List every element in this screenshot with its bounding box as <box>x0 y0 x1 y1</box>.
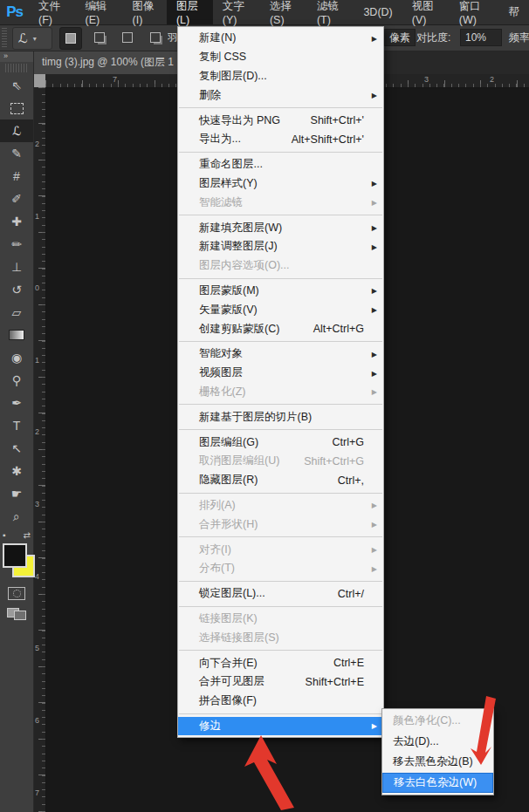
layer-menu-item[interactable]: 新建调整图层(J)▶ <box>178 237 383 256</box>
v-ruler-number: 2 <box>35 140 39 148</box>
swap-colors-icon[interactable]: ⇄ <box>24 530 31 540</box>
layer-menu-item[interactable]: 视频图层▶ <box>178 364 383 383</box>
quick-mask-icon <box>8 587 25 600</box>
dodge-tool-icon: ⚲ <box>12 373 21 387</box>
move-tool[interactable]: ⇖ <box>0 74 33 97</box>
add-to-selection-button[interactable] <box>89 27 110 48</box>
layer-menu-item[interactable]: 删除▶ <box>178 85 383 105</box>
matting-submenu-item[interactable]: 移去白色杂边(W) <box>382 773 493 794</box>
gradient-tool[interactable] <box>0 324 33 346</box>
menu-item-label: 矢量蒙版(V) <box>199 303 258 317</box>
screen-mode-button[interactable] <box>0 603 33 622</box>
custom-shape-tool[interactable]: ✱ <box>0 460 33 482</box>
pen-tool[interactable]: ✒ <box>0 392 33 414</box>
submenu-arrow-icon: ▶ <box>372 502 377 509</box>
menu-item-label: 合并形状(H) <box>199 517 258 532</box>
layer-menu-item[interactable]: 复制图层(D)... <box>178 67 383 86</box>
pen-tool-icon: ✒ <box>11 396 22 410</box>
menu-item-label: 图层编组(G) <box>199 435 258 450</box>
menu-item-label: 向下合并(E) <box>199 656 258 671</box>
layer-menu-item[interactable]: 图层编组(G)Ctrl+G <box>178 433 383 452</box>
document-tab[interactable]: timg (3).jpg @ 100% (图层 1 <box>33 51 182 74</box>
toolbox-collapse-button[interactable]: » <box>0 51 33 62</box>
menubar-item-滤镜(T)[interactable]: 滤镜(T) <box>307 0 354 24</box>
layer-menu-item[interactable]: 新建(N)▶ <box>178 29 383 48</box>
layer-menu-item[interactable]: 重命名图层... <box>178 155 383 174</box>
submenu-arrow-icon: ▶ <box>372 287 377 295</box>
feather-label-partial: 羽 <box>168 31 177 45</box>
quick-mask-mode-button[interactable] <box>0 583 33 603</box>
menubar-item-3D(D)[interactable]: 3D(D) <box>354 0 402 24</box>
path-selection-tool[interactable]: ↖ <box>0 437 33 460</box>
pixels-unit-label: 像素 <box>384 29 416 46</box>
brush-tool[interactable]: ✏ <box>0 233 33 256</box>
tool-preset-dropdown[interactable]: ℒ ▾ <box>12 27 52 50</box>
layer-menu-item[interactable]: 创建剪贴蒙版(C)Alt+Ctrl+G <box>178 319 383 338</box>
crop-tool[interactable]: # <box>0 165 33 188</box>
menubar-item-选择(S)[interactable]: 选择(S) <box>260 0 307 24</box>
eraser-tool[interactable]: ▱ <box>0 301 33 324</box>
menu-item-label: 合并可见图层 <box>199 674 264 689</box>
blur-tool[interactable]: ◉ <box>0 346 33 369</box>
layer-menu-item[interactable]: 合并可见图层Shift+Ctrl+E <box>178 672 383 692</box>
toolbox-grip[interactable] <box>5 64 28 72</box>
layer-menu-item[interactable]: 图层样式(Y)▶ <box>178 174 383 194</box>
menubar-item-视图(V)[interactable]: 视图(V) <box>402 0 450 24</box>
layer-menu-item[interactable]: 锁定图层(L)...Ctrl+/ <box>178 584 383 604</box>
spot-healing-brush-tool[interactable]: ✚ <box>0 210 33 233</box>
menu-item-shortcut: Shift+Ctrl+' <box>311 114 364 126</box>
layer-menu-item[interactable]: 矢量蒙版(V)▶ <box>178 300 383 319</box>
rectangular-marquee-tool[interactable] <box>0 97 33 119</box>
hand-tool[interactable]: ☛ <box>0 482 33 505</box>
menubar-item-编辑(E)[interactable]: 编辑(E) <box>76 0 123 24</box>
layer-menu-item[interactable]: 新建基于图层的切片(B) <box>178 407 383 426</box>
layer-menu-item[interactable]: 图层蒙版(M)▶ <box>178 282 383 301</box>
menubar-item-文字(Y)[interactable]: 文字(Y) <box>213 0 260 24</box>
layer-menu-item[interactable]: 向下合并(E)Ctrl+E <box>178 653 383 672</box>
menu-item-label: 导出为... <box>199 132 241 147</box>
new-selection-button[interactable] <box>59 27 82 50</box>
subtract-from-selection-button[interactable] <box>117 27 138 48</box>
foreground-color-swatch[interactable] <box>3 543 27 568</box>
layer-menu-item[interactable]: 修边▶ <box>178 717 383 736</box>
menubar-item-窗口(W)[interactable]: 窗口(W) <box>450 0 499 24</box>
contrast-input[interactable]: 10% <box>460 29 502 46</box>
v-ruler-number: 4 <box>35 572 39 581</box>
menubar-item-图层(L)[interactable]: 图层(L) <box>167 0 213 24</box>
type-tool-icon: T <box>13 419 21 433</box>
layer-menu-item[interactable]: 智能对象▶ <box>178 345 383 364</box>
submenu-arrow-icon: ▶ <box>372 34 377 42</box>
layer-menu-item[interactable]: 复制 CSS <box>178 48 383 67</box>
intersect-selection-button[interactable] <box>145 27 166 48</box>
menubar-item-文件(F)[interactable]: 文件(F) <box>29 0 76 24</box>
history-brush-tool[interactable]: ↺ <box>0 278 33 301</box>
submenu-arrow-icon: ▶ <box>372 564 377 572</box>
menu-item-shortcut: Shift+Ctrl+E <box>306 676 364 688</box>
zoom-tool[interactable]: ⌕ <box>0 505 33 528</box>
menu-separator <box>179 107 382 108</box>
ruler-origin-corner[interactable] <box>33 74 45 87</box>
submenu-arrow-icon: ▶ <box>372 722 377 730</box>
menu-item-label: 智能对象 <box>199 346 243 361</box>
menu-item-label: 取消图层编组(U) <box>199 454 279 468</box>
eyedropper-tool[interactable]: ✐ <box>0 188 33 210</box>
layer-menu-item[interactable]: 拼合图像(F) <box>178 692 383 711</box>
menu-item-label: 选择链接图层(S) <box>199 631 279 645</box>
layer-menu-item[interactable]: 新建填充图层(W)▶ <box>178 218 383 237</box>
menubar-item-图像(I)[interactable]: 图像(I) <box>123 0 167 24</box>
default-colors-icon[interactable]: ▪ <box>3 530 6 540</box>
rectangular-marquee-tool-icon <box>10 103 24 114</box>
dodge-tool[interactable]: ⚲ <box>0 369 33 392</box>
menu-separator <box>179 278 382 279</box>
matting-submenu-item[interactable]: 去边(D)... <box>382 732 493 753</box>
magnetic-lasso-tool[interactable]: ℒ <box>0 119 33 142</box>
type-tool[interactable]: T <box>0 414 33 437</box>
menubar-item-帮[interactable]: 帮 <box>498 0 529 24</box>
layer-menu-item[interactable]: 快速导出为 PNGShift+Ctrl+' <box>178 111 383 130</box>
clone-stamp-tool[interactable]: ⊥ <box>0 256 33 278</box>
layer-menu-item[interactable]: 导出为...Alt+Shift+Ctrl+' <box>178 130 383 149</box>
vertical-ruler: 2101234567 <box>33 87 46 812</box>
layer-menu-item[interactable]: 隐藏图层(R)Ctrl+, <box>178 471 383 490</box>
matting-submenu-item[interactable]: 移去黑色杂边(B) <box>382 752 493 773</box>
quick-selection-tool[interactable]: ✎ <box>0 142 33 165</box>
